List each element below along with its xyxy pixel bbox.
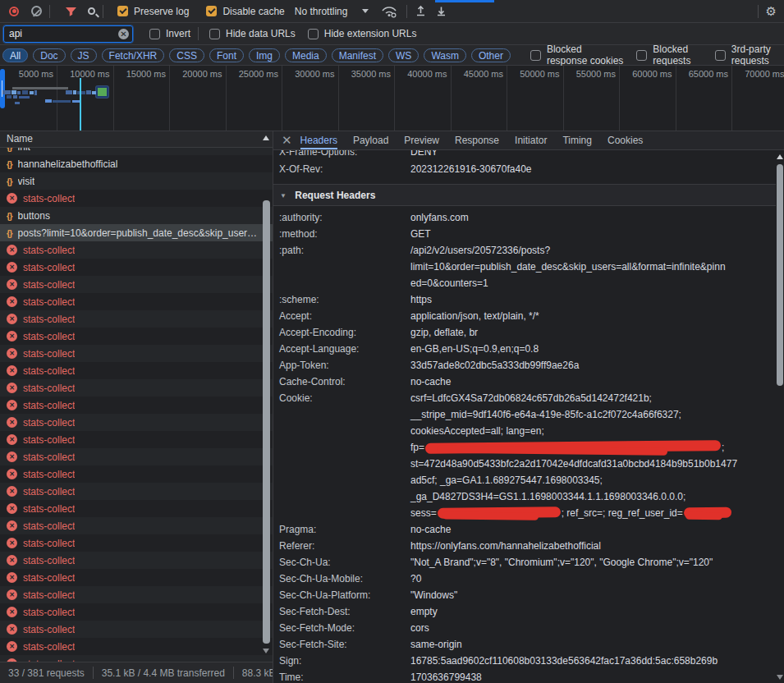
chevron-down-icon[interactable] xyxy=(362,9,369,13)
name-column-header[interactable]: Name xyxy=(0,131,273,148)
preserve-log-checkbox[interactable]: Preserve log xyxy=(117,6,189,17)
throttling-select[interactable]: No throttling xyxy=(295,6,348,17)
record-icon[interactable] xyxy=(9,7,19,16)
request-row[interactable]: ✕stats-collect xyxy=(0,603,273,621)
request-row[interactable]: {}visit xyxy=(0,172,273,190)
network-conditions-icon[interactable] xyxy=(381,5,399,18)
scroll-down-icon[interactable] xyxy=(263,649,269,653)
type-pill-js[interactable]: JS xyxy=(71,48,97,62)
blocked-response-cookies-checkbox[interactable]: Blocked response cookies xyxy=(530,44,624,66)
request-row[interactable]: ✕stats-collect xyxy=(0,465,273,483)
tab-timing[interactable]: Timing xyxy=(562,131,592,149)
timeline-overview[interactable]: 5000 ms10000 ms15000 ms20000 ms25000 ms3… xyxy=(0,66,784,131)
header-value-line: application/json, text/plain, */* xyxy=(410,308,776,324)
type-pill-css[interactable]: CSS xyxy=(169,48,204,62)
request-row[interactable]: ✕stats-collect xyxy=(0,310,273,328)
divider xyxy=(198,27,199,40)
overview-waterfall-bar xyxy=(19,96,30,99)
type-pill-fetchxhr[interactable]: Fetch/XHR xyxy=(102,48,165,62)
scrollbar-thumb[interactable] xyxy=(777,164,783,386)
request-row[interactable]: ✕stats-collect xyxy=(0,328,273,345)
tab-payload[interactable]: Payload xyxy=(353,131,388,149)
request-row[interactable]: ✕stats-collect xyxy=(0,569,273,586)
tab-preview[interactable]: Preview xyxy=(404,131,439,149)
type-pill-doc[interactable]: Doc xyxy=(33,48,65,62)
request-row[interactable]: ✕stats-collect xyxy=(0,552,273,569)
request-row[interactable]: ✕stats-collect xyxy=(0,276,273,293)
request-row[interactable]: ✕stats-collect xyxy=(0,431,273,448)
request-name: init xyxy=(18,148,30,153)
tab-initiator[interactable]: Initiator xyxy=(515,131,547,149)
overview-waterfall-bar xyxy=(73,90,76,94)
request-row[interactable]: ✕stats-collect xyxy=(0,293,273,310)
request-row[interactable]: ✕stats-collect xyxy=(0,190,273,207)
request-row[interactable]: ✕stats-collect xyxy=(0,397,273,414)
close-icon[interactable]: ✕ xyxy=(273,131,300,149)
request-header-row: Accept:application/json, text/plain, */* xyxy=(273,308,776,324)
scrollbar-thumb[interactable] xyxy=(263,200,270,644)
request-row[interactable]: ✕stats-collect xyxy=(0,345,273,362)
disable-cache-checkbox[interactable]: Disable cache xyxy=(206,6,284,17)
request-headers-section-header[interactable]: ▼ Request Headers xyxy=(273,185,776,206)
request-row[interactable]: ✕stats-collect xyxy=(0,414,273,431)
scroll-up-icon[interactable] xyxy=(263,135,269,140)
hide-extension-urls-checkbox[interactable]: Hide extension URLs xyxy=(308,28,417,39)
invert-checkbox[interactable]: Invert xyxy=(149,28,190,39)
request-row[interactable]: ✕stats-collect xyxy=(0,259,273,276)
request-row[interactable]: ✕stats-collect xyxy=(0,241,273,259)
tab-response[interactable]: Response xyxy=(455,131,499,149)
clear-icon[interactable] xyxy=(31,6,42,16)
checkbox-icon xyxy=(636,50,647,61)
type-pill-all[interactable]: All xyxy=(2,48,28,62)
header-text: ; ref_src=; reg_ref_user_id= xyxy=(562,507,683,519)
request-row[interactable]: {}buttons xyxy=(0,207,273,224)
blocked-requests-checkbox[interactable]: Blocked requests xyxy=(636,44,702,66)
request-row[interactable]: ✕stats-collect xyxy=(0,638,273,655)
request-row[interactable]: ✕stats-collect xyxy=(0,379,273,397)
scroll-up-icon[interactable] xyxy=(777,154,783,159)
type-pill-other[interactable]: Other xyxy=(471,48,511,62)
request-row[interactable]: ✕stats-collect xyxy=(0,448,273,465)
request-row[interactable]: {}init xyxy=(0,148,273,155)
tab-headers[interactable]: Headers xyxy=(300,131,337,149)
filter-funnel-icon[interactable] xyxy=(65,6,77,17)
request-row[interactable]: ✕stats-collect xyxy=(0,483,273,500)
tab-cookies[interactable]: Cookies xyxy=(607,131,643,149)
type-pill-media[interactable]: Media xyxy=(285,48,327,62)
type-pill-img[interactable]: Img xyxy=(249,48,280,62)
request-row[interactable]: ✕stats-collect xyxy=(0,586,273,603)
type-pill-wasm[interactable]: Wasm xyxy=(424,48,466,62)
disclosure-triangle-icon[interactable]: ▼ xyxy=(280,192,287,199)
checkbox-icon xyxy=(209,29,220,39)
request-row[interactable]: {}posts?limit=10&order=publish_date_desc… xyxy=(0,224,273,241)
header-value: https://onlyfans.com/hannahelizabethoffi… xyxy=(410,538,776,554)
request-row[interactable]: ✕stats-collect xyxy=(0,517,273,534)
error-icon: ✕ xyxy=(7,607,17,617)
export-har-icon[interactable] xyxy=(435,5,447,17)
request-row[interactable]: {}hannahelizabethofficial xyxy=(0,155,273,172)
header-value-line: fp=; xyxy=(410,439,776,456)
filter-input[interactable] xyxy=(3,25,133,43)
search-icon[interactable] xyxy=(88,7,95,15)
request-row[interactable]: ✕stats-collect xyxy=(0,534,273,552)
header-value-line: https://onlyfans.com/hannahelizabethoffi… xyxy=(410,538,776,554)
request-list-scrollbar[interactable] xyxy=(261,131,272,662)
request-row[interactable]: ✕stats-collect xyxy=(0,362,273,379)
request-name: posts?limit=10&order=publish_date_desc&s… xyxy=(18,227,258,239)
detail-scrollbar[interactable] xyxy=(776,153,784,683)
request-row[interactable]: ✕stats-collect xyxy=(0,500,273,517)
import-har-icon[interactable] xyxy=(415,5,427,17)
request-header-row: :path:/api2/v2/users/20572336/posts?limi… xyxy=(273,242,776,291)
error-icon: ✕ xyxy=(7,262,17,273)
settings-gear-icon[interactable]: ⚙ xyxy=(766,5,777,17)
hide-data-urls-checkbox[interactable]: Hide data URLs xyxy=(209,28,296,39)
third-party-requests-checkbox[interactable]: 3rd-party requests xyxy=(715,44,784,66)
request-row[interactable]: ✕stats-collect xyxy=(0,655,273,662)
scroll-down-icon[interactable] xyxy=(777,675,783,680)
type-pill-font[interactable]: Font xyxy=(209,48,244,62)
header-value-line: gzip, deflate, br xyxy=(410,324,776,341)
type-pill-manifest[interactable]: Manifest xyxy=(332,48,383,62)
type-pill-ws[interactable]: WS xyxy=(388,48,419,62)
request-row[interactable]: ✕stats-collect xyxy=(0,621,273,638)
clear-filter-icon[interactable]: ✕ xyxy=(118,29,129,39)
